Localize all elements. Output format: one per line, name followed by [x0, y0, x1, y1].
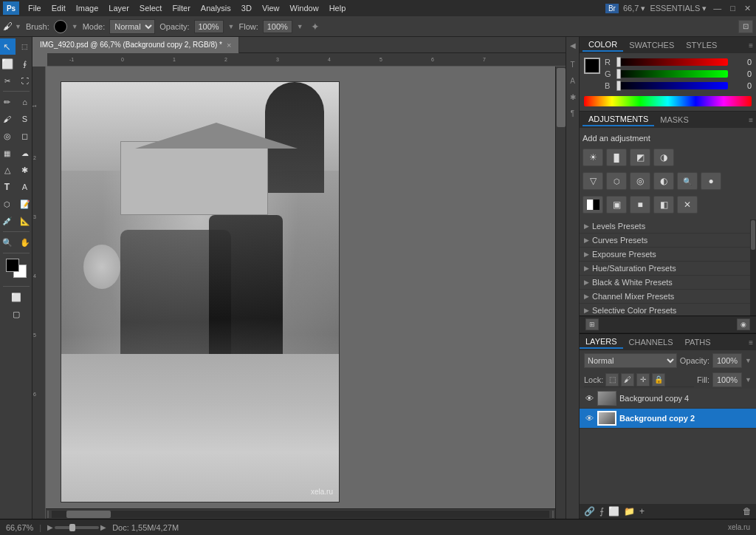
lock-position[interactable]: ✛	[636, 373, 650, 386]
vibrance-btn[interactable]: ▽	[583, 172, 603, 190]
curves-btn[interactable]: ◩	[630, 149, 650, 166]
minimize-btn[interactable]: —	[711, 4, 724, 13]
opacity-arrow[interactable]: ▼	[745, 357, 752, 364]
adj-panel-menu[interactable]: ≡	[749, 116, 753, 124]
close-btn[interactable]: ✕	[742, 4, 753, 13]
photo-filter-btn[interactable]: 🔍	[677, 172, 698, 190]
menu-file[interactable]: File	[24, 2, 46, 14]
tab-paths[interactable]: PATHS	[679, 336, 717, 348]
menu-image[interactable]: Image	[72, 2, 103, 14]
brightness-btn[interactable]: ☀	[583, 149, 603, 166]
zoom-thumb[interactable]	[69, 524, 75, 531]
layer-visibility-toggle[interactable]: 👁	[584, 393, 594, 403]
menu-window[interactable]: Window	[286, 2, 323, 14]
scroll-left-arrow[interactable]	[47, 511, 49, 518]
gradient-tool[interactable]: ▦	[0, 145, 16, 161]
menu-edit[interactable]: Edit	[47, 2, 70, 14]
tab-adjustments[interactable]: ADJUSTMENTS	[583, 113, 654, 126]
b-slider[interactable]	[616, 82, 728, 89]
measure-tool[interactable]: 📐	[17, 213, 33, 229]
hue-btn[interactable]: ⬡	[606, 172, 627, 190]
posterize-btn[interactable]: ▣	[606, 196, 627, 214]
menu-3d[interactable]: 3D	[237, 2, 256, 14]
preset-bw[interactable]: ▶ Black & White Presets	[580, 276, 756, 290]
tab-layers[interactable]: LAYERS	[580, 335, 623, 349]
workspace-btn[interactable]: ESSENTIALS ▾	[650, 4, 707, 13]
type-tool[interactable]: T	[0, 179, 16, 195]
marquee-tool[interactable]: ⬜	[0, 55, 16, 72]
threshold-btn[interactable]: ■	[630, 196, 650, 214]
exposure-btn[interactable]: ◑	[653, 149, 674, 166]
layer-item-active[interactable]: 👁 Background copy 2	[580, 409, 756, 429]
screen-mode[interactable]: ▢	[3, 306, 30, 322]
new-layer-btn[interactable]: +	[639, 506, 645, 517]
blur-tool[interactable]: ☁	[17, 145, 33, 161]
fg-swatch[interactable]	[584, 58, 600, 74]
move-tool[interactable]: ↖	[0, 38, 16, 55]
color-panel-menu[interactable]: ≡	[749, 41, 753, 50]
zoom-display[interactable]: 66,7 ▾	[623, 4, 645, 13]
tab-channels[interactable]: CHANNELS	[623, 336, 679, 348]
vertical-scrollbar[interactable]	[555, 67, 566, 519]
panel-toggle-1[interactable]: ◀	[568, 40, 578, 50]
add-mask-btn[interactable]: ⬜	[608, 506, 619, 517]
lasso-tool[interactable]: ∮	[17, 55, 33, 72]
layers-panel-menu[interactable]: ≡	[749, 338, 753, 347]
preset-exposure[interactable]: ▶ Exposure Presets	[580, 248, 756, 262]
history-icon[interactable]: ⊡	[738, 20, 753, 33]
add-style-btn[interactable]: ⨍	[599, 506, 604, 517]
bridge-btn[interactable]: Br	[605, 4, 619, 13]
quick-mask[interactable]: ⬜	[3, 289, 30, 305]
levels-btn[interactable]: ▐▌	[606, 149, 627, 166]
stamp-tool[interactable]: S	[17, 111, 33, 127]
history-brush[interactable]: ◎	[0, 128, 16, 144]
h-scrollbar-thumb[interactable]	[66, 511, 111, 518]
selective-color-btn[interactable]: ✕	[677, 196, 698, 214]
gradient-map-btn[interactable]: ◧	[653, 196, 674, 214]
invert-btn[interactable]	[583, 196, 603, 214]
document-canvas[interactable]: xela.ru	[61, 81, 340, 502]
fill-arrow[interactable]: ▼	[745, 376, 752, 384]
panel-toggle-4[interactable]: ✱	[568, 92, 578, 102]
flow-arrow[interactable]: ▼	[297, 23, 303, 30]
preset-channel[interactable]: ▶ Channel Mixer Presets	[580, 290, 756, 304]
layer-visibility-toggle[interactable]: 👁	[584, 413, 594, 423]
presets-icon2[interactable]: ◉	[737, 318, 750, 330]
fill-value[interactable]	[712, 372, 742, 387]
canvas-scroll[interactable]: -1 0 1 2 3 4 5 6 7 1 2 3 4 5	[32, 53, 566, 519]
menu-help[interactable]: Help	[325, 2, 351, 14]
mode-select[interactable]: Normal	[109, 19, 155, 34]
channel-mixer-btn[interactable]: ●	[701, 172, 721, 190]
lock-transparent[interactable]: ⬚	[605, 373, 619, 386]
quick-select[interactable]: ✂	[0, 72, 16, 89]
brush-tool[interactable]: 🖌	[0, 111, 16, 127]
lock-image[interactable]: 🖌	[621, 373, 634, 386]
crop-tool[interactable]: ⛶	[17, 72, 33, 89]
scroll-track[interactable]	[52, 511, 549, 518]
opacity-input[interactable]: 100%	[194, 20, 224, 33]
flow-input[interactable]: 100%	[263, 20, 292, 33]
brush-size-arrow[interactable]: ▼	[72, 23, 78, 30]
airbrush-icon[interactable]: ✦	[311, 21, 320, 33]
presets-icon1[interactable]: ⊞	[585, 318, 599, 330]
foreground-color[interactable]	[6, 259, 19, 272]
zoom-in-icon[interactable]: ▶	[47, 523, 53, 531]
eraser-tool[interactable]: ◻	[17, 128, 33, 144]
panel-toggle-3[interactable]: A	[568, 75, 578, 86]
menu-filter[interactable]: Filter	[168, 2, 194, 14]
color-balance-btn[interactable]: ◎	[630, 172, 650, 190]
tab-close[interactable]: ×	[227, 41, 231, 50]
opacity-value[interactable]	[712, 353, 742, 368]
pen-tool[interactable]: ✱	[17, 162, 33, 178]
g-slider[interactable]	[616, 70, 728, 78]
menu-layer[interactable]: Layer	[104, 2, 134, 14]
r-slider[interactable]	[616, 58, 728, 66]
heal-tool[interactable]: ⌂	[17, 94, 33, 110]
lock-all[interactable]: 🔒	[652, 373, 665, 386]
tab-swatches[interactable]: SWATCHES	[623, 39, 680, 51]
panel-toggle-2[interactable]: T	[568, 59, 578, 69]
delete-layer-btn[interactable]: 🗑	[743, 506, 752, 517]
eyedropper[interactable]: ✏	[0, 94, 16, 110]
hand-tool[interactable]: ✋	[17, 234, 33, 251]
document-tab[interactable]: IMG_4920.psd @ 66,7% (Background copy 2,…	[32, 37, 239, 53]
